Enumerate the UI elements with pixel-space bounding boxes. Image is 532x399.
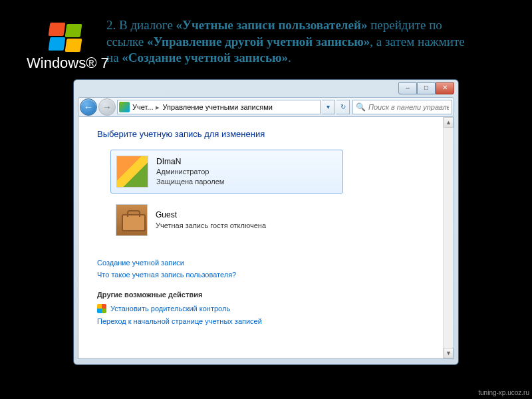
account-name: DImaN bbox=[156, 156, 224, 167]
page-heading: Выберите учетную запись для изменения bbox=[97, 129, 435, 139]
windows-logo-icon bbox=[49, 23, 82, 52]
breadcrumb-segment[interactable]: Управление учетными записями bbox=[162, 103, 272, 111]
breadcrumb-segment[interactable]: Учет... bbox=[132, 103, 153, 111]
scroll-down-button[interactable]: ▼ bbox=[444, 348, 454, 358]
whatis-account-link[interactable]: Что такое учетная запись пользователя? bbox=[97, 271, 435, 279]
search-box[interactable]: 🔍 bbox=[352, 100, 452, 114]
watermark: tuning-xp.ucoz.ru bbox=[478, 389, 529, 396]
link-label: Установить родительский контроль bbox=[110, 305, 230, 313]
links-section: Создание учетной записи Что такое учетна… bbox=[97, 259, 435, 325]
caption-text: . bbox=[288, 51, 291, 65]
caption-bold: «Учетные записи пользователей» bbox=[176, 18, 368, 32]
account-details: DImaN Администратор Защищена паролем bbox=[156, 156, 224, 187]
os-label: Windows® 7 bbox=[27, 55, 109, 72]
minimize-button[interactable]: – bbox=[398, 82, 417, 94]
control-panel-icon bbox=[119, 102, 130, 112]
account-name: Guest bbox=[156, 209, 266, 220]
address-drop-button[interactable]: ▾ bbox=[322, 100, 335, 114]
address-bar[interactable]: Учет... ▸ Управление учетными записями bbox=[117, 100, 321, 114]
create-account-link[interactable]: Создание учетной записи bbox=[97, 259, 435, 267]
account-item-guest[interactable]: Guest Учетная запись гостя отключена bbox=[110, 199, 343, 241]
parental-control-link[interactable]: Установить родительский контроль bbox=[97, 304, 435, 313]
forward-button[interactable]: → bbox=[98, 98, 116, 116]
account-details: Guest Учетная запись гостя отключена bbox=[156, 209, 266, 230]
other-actions-label: Другие возможные действия bbox=[97, 291, 435, 299]
account-role: Администратор bbox=[156, 167, 224, 177]
account-item-diman[interactable]: DImaN Администратор Защищена паролем bbox=[110, 150, 343, 194]
control-panel-window: – □ ✕ ← → Учет... ▸ Управление учетными … bbox=[73, 79, 459, 365]
go-home-link[interactable]: Переход к начальной странице учетных зап… bbox=[97, 317, 435, 325]
caption-bold: «Создание учетной записью» bbox=[122, 51, 288, 65]
content-pane: Выберите учетную запись для изменения DI… bbox=[78, 117, 454, 359]
shield-icon bbox=[97, 304, 106, 313]
avatar bbox=[116, 204, 148, 236]
account-status: Учетная запись гостя отключена bbox=[156, 221, 266, 231]
search-icon: 🔍 bbox=[356, 102, 366, 112]
close-button[interactable]: ✕ bbox=[436, 82, 454, 94]
caption-bold: «Управление другой учетной записью» bbox=[147, 35, 370, 49]
navigation-bar: ← → Учет... ▸ Управление учетными запися… bbox=[78, 97, 454, 117]
caption-text: 2. В диалоге bbox=[106, 18, 176, 32]
account-status: Защищена паролем bbox=[156, 177, 224, 187]
titlebar[interactable]: – □ ✕ bbox=[78, 84, 454, 97]
refresh-button[interactable]: ↻ bbox=[336, 100, 350, 114]
avatar bbox=[116, 156, 148, 188]
scroll-up-button[interactable]: ▲ bbox=[444, 117, 454, 128]
vertical-scrollbar[interactable]: ▲ ▼ bbox=[443, 117, 454, 358]
search-input[interactable] bbox=[368, 103, 449, 111]
back-button[interactable]: ← bbox=[80, 98, 97, 116]
instruction-caption: 2. В диалоге «Учетные записи пользовател… bbox=[106, 17, 479, 66]
maximize-button[interactable]: □ bbox=[417, 82, 436, 94]
chevron-right-icon: ▸ bbox=[156, 103, 160, 112]
